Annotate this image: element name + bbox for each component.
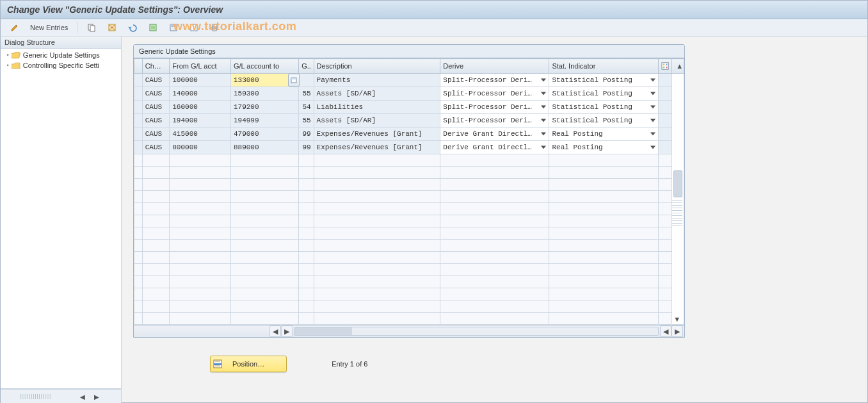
sidebar-scroll-right-icon[interactable]: ▶ — [92, 391, 102, 402]
table-row[interactable]: CAUS14000015930055Assets [SD/AR]Split-Pr… — [134, 87, 684, 101]
update-settings-table[interactable]: Ch… From G/L acct G/L account to G.. Des… — [134, 58, 684, 325]
table-row-empty[interactable] — [134, 191, 684, 203]
copy-as-icon[interactable] — [83, 21, 100, 34]
col-ch[interactable]: Ch… — [142, 59, 170, 74]
dialog-structure-tree[interactable]: ▪ Generic Update Settings ▪ Controlling … — [1, 49, 121, 389]
table-row-empty[interactable] — [134, 264, 684, 276]
sidebar-scroll-left-icon[interactable]: ◀ — [77, 391, 88, 402]
row-selector[interactable] — [134, 114, 143, 127]
undo-icon[interactable] — [124, 21, 141, 34]
row-selector[interactable] — [134, 74, 143, 87]
cell-from-gl[interactable]: 100000 — [170, 74, 231, 87]
cell-description[interactable]: Assets [SD/AR] — [314, 87, 440, 101]
cell-g[interactable]: 54 — [299, 101, 314, 114]
cell-description[interactable]: Liabilities — [314, 101, 440, 114]
table-row[interactable]: CAUS100000133000PaymentsSplit-Processor … — [134, 74, 684, 87]
cell-from-gl[interactable]: 415000 — [170, 127, 231, 141]
vertical-scroll-up-icon[interactable]: ▲ — [671, 59, 684, 74]
cell-g[interactable] — [299, 74, 314, 87]
deselect-all-icon[interactable] — [185, 21, 203, 34]
hscroll-left-icon[interactable]: ◀ — [269, 325, 281, 337]
hscroll-thumb[interactable] — [294, 327, 352, 335]
tree-item-generic-update-settings[interactable]: ▪ Generic Update Settings — [1, 50, 121, 60]
table-row[interactable]: CAUS80000088900099Expenses/Revenues [Gra… — [134, 141, 684, 154]
cell-stat-dropdown[interactable]: Statistical Posting — [549, 101, 658, 114]
table-row-empty[interactable] — [134, 179, 684, 191]
row-selector[interactable] — [134, 101, 143, 114]
table-row[interactable]: CAUS41500047900099Expenses/Revenues [Gra… — [134, 127, 684, 141]
cell-derive-dropdown[interactable]: Derive Grant Directl… — [440, 127, 549, 141]
table-row-empty[interactable] — [134, 203, 684, 215]
toggle-display-change-icon[interactable] — [6, 21, 24, 34]
cell-description[interactable]: Payments — [314, 74, 440, 87]
select-all-icon[interactable] — [144, 21, 162, 34]
new-entries-button[interactable]: New Entries — [26, 24, 72, 31]
cell-ch[interactable]: CAUS — [142, 141, 170, 154]
cell-gl-to[interactable]: 159300 — [230, 87, 298, 101]
table-row-empty[interactable] — [134, 154, 684, 167]
cell-ch[interactable]: CAUS — [142, 127, 170, 141]
row-selector[interactable] — [134, 87, 143, 101]
cell-ch[interactable]: CAUS — [142, 87, 170, 101]
hscroll-right-icon[interactable]: ▶ — [281, 325, 293, 337]
table-row[interactable]: CAUS16000017920054LiabilitiesSplit-Proce… — [134, 101, 684, 114]
delete-icon[interactable] — [103, 21, 121, 34]
vscroll-grip-icon[interactable] — [672, 200, 682, 228]
cell-g[interactable]: 55 — [299, 114, 314, 127]
col-g[interactable]: G.. — [299, 59, 314, 74]
cell-gl-to[interactable]: 179200 — [230, 101, 298, 114]
cell-description[interactable]: Expenses/Revenues [Grant] — [314, 141, 440, 154]
cell-gl-to[interactable]: 479000 — [230, 127, 298, 141]
cell-g[interactable]: 99 — [299, 141, 314, 154]
table-row-empty[interactable] — [134, 300, 684, 313]
table-row-empty[interactable] — [134, 240, 684, 252]
cell-ch[interactable]: CAUS — [142, 114, 170, 127]
cell-derive-dropdown[interactable]: Split-Processor Deri… — [440, 87, 549, 101]
horizontal-scrollbar[interactable]: ◀ ▶ ◀ ▶ — [134, 325, 684, 337]
table-settings-button[interactable] — [658, 59, 671, 74]
row-selector[interactable] — [134, 141, 143, 154]
cell-derive-dropdown[interactable]: Split-Processor Deri… — [440, 101, 549, 114]
cell-gl-to[interactable]: 194999 — [230, 114, 298, 127]
cell-g[interactable]: 99 — [299, 127, 314, 141]
vertical-scroll-down-icon[interactable]: ▼ — [672, 314, 682, 324]
table-row-empty[interactable] — [134, 252, 684, 264]
table-row-empty[interactable] — [134, 313, 684, 325]
value-help-icon[interactable] — [288, 74, 300, 86]
vscroll-thumb[interactable] — [673, 170, 682, 197]
hscroll-track[interactable] — [294, 327, 659, 336]
cell-description[interactable]: Expenses/Revenues [Grant] — [314, 127, 440, 141]
row-selector[interactable] — [134, 127, 143, 141]
col-derive[interactable]: Derive — [440, 59, 549, 74]
select-block-icon[interactable] — [165, 21, 182, 34]
cell-derive-dropdown[interactable]: Split-Processor Deri… — [440, 114, 549, 127]
print-icon[interactable] — [205, 21, 223, 34]
hscroll-right2-icon[interactable]: ▶ — [671, 325, 683, 337]
cell-stat-dropdown[interactable]: Statistical Posting — [549, 74, 658, 87]
cell-gl-to[interactable]: 133000 — [230, 74, 298, 87]
cell-description[interactable]: Assets [SD/AR] — [314, 114, 440, 127]
col-stat-indicator[interactable]: Stat. Indicator — [549, 59, 658, 74]
cell-stat-dropdown[interactable]: Statistical Posting — [549, 114, 658, 127]
table-row-empty[interactable] — [134, 167, 684, 179]
cell-stat-dropdown[interactable]: Statistical Posting — [549, 87, 658, 101]
table-row-empty[interactable] — [134, 288, 684, 300]
vertical-scrollbar[interactable]: ▼ — [671, 74, 684, 325]
table-row-empty[interactable] — [134, 276, 684, 288]
cell-ch[interactable]: CAUS — [142, 101, 170, 114]
cell-derive-dropdown[interactable]: Split-Processor Deri… — [440, 74, 549, 87]
col-description[interactable]: Description — [314, 59, 440, 74]
tree-item-controlling-specific[interactable]: ▪ Controlling Specific Setti — [1, 60, 121, 70]
cell-gl-to[interactable]: 889000 — [230, 141, 298, 154]
col-from-gl[interactable]: From G/L acct — [170, 59, 231, 74]
col-gl-to[interactable]: G/L account to — [230, 59, 298, 74]
cell-from-gl[interactable]: 194000 — [170, 114, 231, 127]
cell-stat-dropdown[interactable]: Real Posting — [549, 141, 658, 154]
table-row[interactable]: CAUS19400019499955Assets [SD/AR]Split-Pr… — [134, 114, 684, 127]
table-row-empty[interactable] — [134, 227, 684, 240]
sidebar-resize-grip-icon[interactable] — [20, 394, 52, 399]
col-row-selector[interactable] — [134, 59, 143, 74]
table-row-empty[interactable] — [134, 215, 684, 227]
cell-from-gl[interactable]: 800000 — [170, 141, 231, 154]
position-button[interactable]: Position… — [210, 356, 287, 372]
